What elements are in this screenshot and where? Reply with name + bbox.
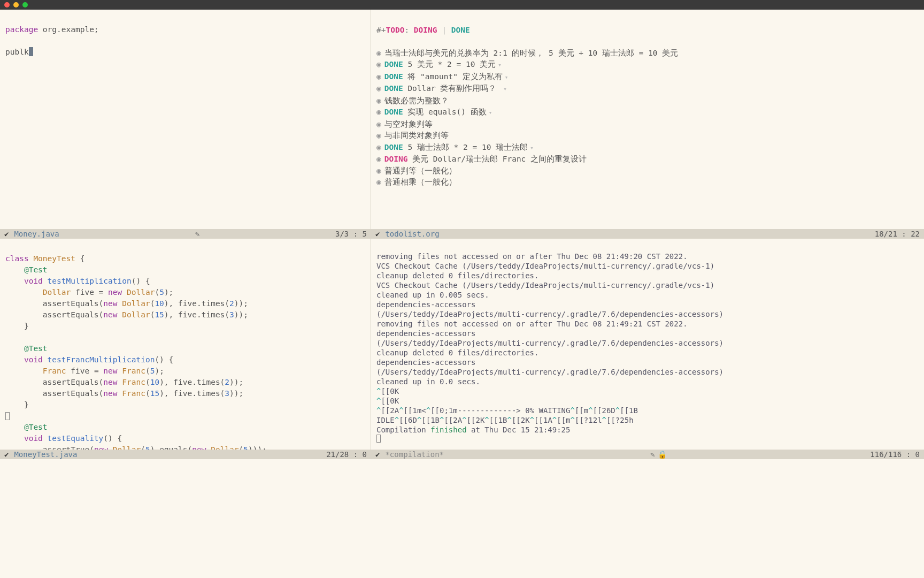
terminal-cursor xyxy=(376,435,381,443)
todo-text: 美元 Dollar/瑞士法郎 Franc 之间的重复设计 xyxy=(412,155,587,163)
compilation-line: VCS Checkout Cache (/Users/teddy/IdeaPro… xyxy=(376,280,919,290)
todo-item[interactable]: ◉与空对象判等 xyxy=(376,119,919,131)
edit-icon: ✎ xyxy=(650,450,654,459)
code-keyword: package xyxy=(5,25,38,34)
org-header-prefix: #+ xyxy=(376,26,386,34)
status-done: DONE xyxy=(384,84,403,93)
file-name: todolist.org xyxy=(385,230,439,238)
compilation-line: (/Users/teddy/IdeaProjects/multi-currenc… xyxy=(376,338,919,348)
compilation-line: cleanup deleted 0 files/directories. xyxy=(376,348,919,358)
todo-item[interactable]: ◉与非同类对象判等 xyxy=(376,130,919,142)
fold-marker[interactable] xyxy=(5,412,10,420)
todo-item[interactable]: ◉普通相乘（一般化） xyxy=(376,177,919,188)
fold-triangle-icon[interactable]: ▾ xyxy=(503,86,507,93)
compilation-line: cleaned up in 0.005 secs. xyxy=(376,290,919,300)
editor-pane-todolist[interactable]: #+TODO: DOING | DONE ◉当瑞士法郎与美元的兑换率为 2:1 … xyxy=(371,10,924,229)
bullet-icon: ◉ xyxy=(376,143,381,151)
todo-text: Dollar 类有副作用吗？ xyxy=(407,84,501,93)
statusbar-money: ✔ Money.java ✎ 3/3 : 5 xyxy=(0,229,371,239)
compilation-line: dependencies-accessors xyxy=(376,358,919,367)
todo-text: 将 "amount" 定义为私有 xyxy=(407,72,502,81)
check-icon: ✔ xyxy=(4,230,9,238)
compilation-line: dependencies-accessors xyxy=(376,300,919,309)
status-done: DONE xyxy=(384,72,403,81)
cursor-position: 3/3 : 5 xyxy=(335,230,367,238)
compilation-line: dependencies-accessors xyxy=(376,329,919,338)
compilation-line: VCS Checkout Cache (/Users/teddy/IdeaPro… xyxy=(376,261,919,271)
bullet-icon: ◉ xyxy=(376,155,381,163)
file-name: MoneyTest.java xyxy=(14,450,77,459)
compilation-line: (/Users/teddy/IdeaProjects/multi-currenc… xyxy=(376,367,919,377)
compilation-pane[interactable]: removing files not accessed on or after … xyxy=(371,239,924,450)
bullet-icon: ◉ xyxy=(376,72,381,81)
compilation-line: (/Users/teddy/IdeaProjects/multi-currenc… xyxy=(376,309,919,319)
minimize-icon[interactable] xyxy=(13,2,19,7)
compilation-line: cleaned up in 0.0 secs. xyxy=(376,377,919,386)
bullet-icon: ◉ xyxy=(376,84,381,93)
todo-text: 普通判等（一般化） xyxy=(384,166,457,175)
bullet-icon: ◉ xyxy=(376,178,381,186)
todo-text: 普通相乘（一般化） xyxy=(384,178,457,186)
todo-text: 钱数必需为整数？ xyxy=(384,96,449,105)
cursor-position: 18/21 : 22 xyxy=(875,230,920,238)
status-done: DONE xyxy=(384,108,403,116)
bullet-icon: ◉ xyxy=(376,131,381,140)
file-name: *compilation* xyxy=(385,450,444,459)
status-done: DONE xyxy=(384,60,403,69)
fold-triangle-icon[interactable]: ▾ xyxy=(505,74,509,81)
todo-text: 实现 equals() 函数 xyxy=(407,108,486,116)
fold-triangle-icon[interactable]: ▾ xyxy=(498,62,502,69)
todo-text: 与非同类对象判等 xyxy=(384,131,449,140)
cursor-position: 116/116 : 0 xyxy=(870,450,920,459)
todo-item[interactable]: ◉当瑞士法郎与美元的兑换率为 2:1 的时候， 5 美元 + 10 瑞士法郎 =… xyxy=(376,48,919,59)
bullet-icon: ◉ xyxy=(376,49,381,57)
todo-item[interactable]: ◉钱数必需为整数？ xyxy=(376,95,919,107)
edit-icon: ✎ xyxy=(195,230,199,238)
todo-text: 5 瑞士法郎 * 2 = 10 瑞士法郎 xyxy=(407,143,528,151)
compilation-line: cleanup deleted 0 files/directories. xyxy=(376,271,919,280)
window-titlebar xyxy=(0,0,924,10)
org-doing-keyword: DOING xyxy=(414,26,437,34)
code-text: publk xyxy=(5,48,29,56)
bullet-icon: ◉ xyxy=(376,60,381,69)
bullet-icon: ◉ xyxy=(376,120,381,128)
status-doing: DOING xyxy=(384,155,408,163)
todo-item[interactable]: ◉DONE 实现 equals() 函数▾ xyxy=(376,107,919,119)
bullet-icon: ◉ xyxy=(376,166,381,175)
status-done: DONE xyxy=(384,143,403,151)
compilation-line: removing files not accessed on or after … xyxy=(376,319,919,329)
compilation-line: removing files not accessed on or after … xyxy=(376,252,919,261)
todo-item[interactable]: ◉DONE 将 "amount" 定义为私有▾ xyxy=(376,71,919,83)
file-name: Money.java xyxy=(14,230,59,238)
todo-item[interactable]: ◉DONE Dollar 类有副作用吗？ ▾ xyxy=(376,83,919,95)
editor-pane-moneytest[interactable]: class MoneyTest { @Test void testMultipl… xyxy=(0,239,371,450)
statusbar-compilation: ✔ *compilation* ✎ 🔒 116/116 : 0 xyxy=(371,450,924,459)
code-text: org.example; xyxy=(38,25,99,34)
todo-text: 5 美元 * 2 = 10 美元 xyxy=(407,60,496,69)
statusbar-moneytest: ✔ MoneyTest.java 21/28 : 0 xyxy=(0,450,371,459)
org-done-keyword: DONE xyxy=(451,26,470,34)
fold-triangle-icon[interactable]: ▾ xyxy=(489,109,492,116)
lock-icon: 🔒 xyxy=(658,450,667,459)
bullet-icon: ◉ xyxy=(376,108,381,116)
fold-triangle-icon[interactable]: ▾ xyxy=(530,144,534,151)
editor-pane-money[interactable]: package org.example; publk xyxy=(0,10,371,229)
todo-item[interactable]: ◉DONE 5 瑞士法郎 * 2 = 10 瑞士法郎▾ xyxy=(376,142,919,154)
todo-item[interactable]: ◉DONE 5 美元 * 2 = 10 美元▾ xyxy=(376,59,919,71)
cursor-position: 21/28 : 0 xyxy=(326,450,367,459)
check-icon: ✔ xyxy=(375,450,380,459)
bullet-icon: ◉ xyxy=(376,96,381,105)
statusbar-todolist: ✔ todolist.org 18/21 : 22 xyxy=(371,229,924,239)
close-icon[interactable] xyxy=(4,2,10,7)
check-icon: ✔ xyxy=(375,230,380,238)
todo-item[interactable]: ◉DOING 美元 Dollar/瑞士法郎 Franc 之间的重复设计 xyxy=(376,154,919,165)
todo-text: 与空对象判等 xyxy=(384,120,433,128)
check-icon: ✔ xyxy=(4,450,9,459)
maximize-icon[interactable] xyxy=(22,2,28,7)
org-todo-keyword: TODO xyxy=(386,26,404,34)
todo-item[interactable]: ◉普通判等（一般化） xyxy=(376,165,919,177)
todo-text: 当瑞士法郎与美元的兑换率为 2:1 的时候， 5 美元 + 10 瑞士法郎 = … xyxy=(384,49,679,57)
text-cursor xyxy=(29,47,33,56)
